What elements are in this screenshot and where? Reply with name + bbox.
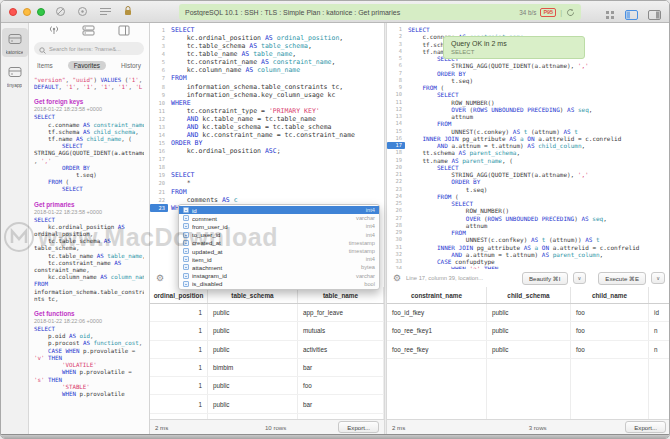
table-cell[interactable]: public xyxy=(208,304,298,321)
code-line[interactable]: 30 UNNEST(c.confkey) AS t (attnum)) AS t xyxy=(387,236,670,243)
column-header[interactable]: child_schema xyxy=(487,287,571,303)
execute-chevron-icon[interactable]: ∨ xyxy=(651,272,665,284)
table-row[interactable]: foo_id_fkeypublicfooid xyxy=(387,304,670,322)
export-button[interactable]: Export... xyxy=(625,421,666,433)
connection-info-pill[interactable]: PostgreSQL 10.1 : SSH : TLS : Simple Pla… xyxy=(179,4,581,20)
table-cell[interactable]: foo xyxy=(571,341,649,358)
table-cell[interactable]: 1 xyxy=(150,359,208,376)
code-line[interactable]: 22 ORDER BY xyxy=(387,178,670,185)
table-cell[interactable]: public xyxy=(208,395,298,412)
code-line[interactable]: 4 tc.table_name AS table_name, xyxy=(150,50,384,58)
refresh-icon[interactable] xyxy=(566,3,575,21)
table-cell[interactable]: n xyxy=(649,322,670,339)
code-line[interactable]: 22 comments AS c xyxy=(150,196,384,204)
table-cell[interactable]: foo xyxy=(571,322,649,339)
table-cell[interactable]: bimbim xyxy=(208,359,298,376)
lock-icon[interactable] xyxy=(123,5,133,17)
code-line[interactable]: 6 kc.column_name AS column_name xyxy=(150,66,384,74)
table-cell[interactable]: bar xyxy=(298,395,384,412)
code-line[interactable]: 13 attnum xyxy=(387,113,670,120)
code-line[interactable]: 17 xyxy=(150,155,384,163)
column-header[interactable]: child_name xyxy=(571,287,649,303)
code-line[interactable]: 2 kc.ordinal_position AS ordinal_positio… xyxy=(150,34,384,42)
table-row[interactable]: foo_ree_fkeypublicfoon xyxy=(387,341,670,359)
table-cell[interactable]: public xyxy=(208,341,298,358)
autocomplete-item[interactable]: to_user_idint4 xyxy=(179,231,379,239)
table-cell[interactable]: 1 xyxy=(150,322,208,339)
table-cell[interactable]: n xyxy=(649,341,670,358)
column-header[interactable] xyxy=(649,287,670,303)
snippet-title[interactable]: Get foreign keys xyxy=(34,98,144,105)
execute-button[interactable]: Execute ⌘E xyxy=(598,272,646,285)
snippet-list[interactable]: "version", "uuid") VALUES ('1',DEFAULT, … xyxy=(29,74,149,432)
code-line[interactable]: 8 t.seq) xyxy=(387,77,670,84)
table-cell[interactable]: public xyxy=(487,304,571,321)
column-header[interactable]: constraint_name xyxy=(387,287,487,303)
minimize-button[interactable] xyxy=(23,8,31,16)
snippet-title[interactable]: Get functions xyxy=(34,310,144,317)
table-cell[interactable]: public xyxy=(208,322,298,339)
autocomplete-item[interactable]: instagram_idvarchar xyxy=(179,272,379,280)
autocomplete-item[interactable]: created_attimestamp xyxy=(179,239,379,247)
code-line[interactable]: 1SELECT xyxy=(150,26,384,34)
code-line[interactable]: 13 AND kc.table_schema = tc.table_schema xyxy=(150,123,384,131)
rail-connection-tinyapp[interactable]: tinyapp xyxy=(2,61,28,90)
code-line[interactable]: 25 SELECT xyxy=(387,200,670,207)
reload-circle-icon[interactable] xyxy=(77,6,88,17)
queries-list-icon[interactable] xyxy=(99,6,112,17)
code-line[interactable]: 11 ROW_NUMBER() xyxy=(387,99,670,106)
code-line[interactable]: 10WHERE xyxy=(150,99,384,107)
sql-editor-right[interactable]: 1SELECT2 c.conname AS constraint_name,3 … xyxy=(387,23,670,269)
beautify-chevron-icon[interactable]: ∨ xyxy=(573,272,587,284)
table-row[interactable]: 1publicfoo xyxy=(150,377,384,395)
table-cell[interactable]: 1 xyxy=(150,304,208,321)
table-cell[interactable]: public xyxy=(487,322,571,339)
table-cell[interactable]: 1 xyxy=(150,341,208,358)
code-line[interactable]: 28 attnum xyxy=(387,222,670,229)
table-row[interactable]: foo_ree_fkey1publicfoon xyxy=(387,322,670,340)
table-cell[interactable]: mutuals xyxy=(298,322,384,339)
autocomplete-item[interactable]: item_idint4 xyxy=(179,255,379,263)
table-cell[interactable]: foo xyxy=(298,377,384,394)
code-line[interactable]: 12 OVER (ROWS UNBOUNDED PRECEDING) AS se… xyxy=(387,106,670,113)
code-line[interactable]: 20 SELECT xyxy=(387,164,670,171)
code-line[interactable]: 7 ORDER BY xyxy=(387,70,670,77)
autocomplete-item[interactable]: updated_attimestamp xyxy=(179,247,379,255)
toggle-left-panel-icon[interactable] xyxy=(625,6,638,24)
code-line[interactable]: 21 STRING_AGG(QUOTE_IDENT(a.attname), ',… xyxy=(387,171,670,178)
code-line[interactable]: 10 SELECT xyxy=(387,91,670,98)
table-cell[interactable]: foo xyxy=(571,304,649,321)
table-cell[interactable]: public xyxy=(487,341,571,358)
code-line[interactable]: 16 INNER JOIN pg_attribute AS a ON a.att… xyxy=(387,135,670,142)
layout-grid-icon[interactable] xyxy=(605,6,615,24)
code-line[interactable]: 19 tt.name AS parent_name, ( xyxy=(387,157,670,164)
code-line[interactable]: 15ORDER BY xyxy=(150,139,384,147)
broadcast-icon[interactable] xyxy=(48,23,60,40)
code-line[interactable]: 8 information_schema.table_constraints t… xyxy=(150,83,384,91)
code-line[interactable]: 12 AND kc.table_name = tc.table_name xyxy=(150,115,384,123)
code-line[interactable]: 15 UNNEST(c.conkey) AS t (attnum) AS t xyxy=(387,128,670,135)
code-line[interactable]: 9 FROM ( xyxy=(387,84,670,91)
code-line[interactable]: 24 FROM ( xyxy=(387,193,670,200)
code-line[interactable]: 23 t.seq) xyxy=(387,186,670,193)
connection-circle-icon[interactable] xyxy=(55,6,66,17)
code-line[interactable]: 17 AND a.attnum = t.attnum) AS child_col… xyxy=(387,142,670,149)
table-cell[interactable]: id xyxy=(649,304,670,321)
autocomplete-item[interactable]: is_disabledbool xyxy=(179,280,379,288)
code-line[interactable]: 32 AND a.attnum = t.attnum) AS parent_co… xyxy=(387,251,670,258)
code-line[interactable]: 33 CASE confupdtype xyxy=(387,258,670,265)
table-row[interactable]: 1publicbar xyxy=(150,395,384,413)
autocomplete-item[interactable]: commentvarchar xyxy=(179,214,379,222)
table-row[interactable]: 1publicactivities xyxy=(150,341,384,359)
zoom-button[interactable] xyxy=(37,8,45,16)
code-line[interactable]: 11 tc.constraint_type = 'PRIMARY KEY' xyxy=(150,107,384,115)
code-line[interactable]: 21FROM xyxy=(150,188,384,196)
tab-favorites[interactable]: Favorites xyxy=(68,61,106,70)
table-cell[interactable]: 1 xyxy=(150,395,208,412)
tab-history[interactable]: History xyxy=(115,61,147,70)
tab-items[interactable]: Items xyxy=(31,61,59,70)
code-line[interactable]: 18 tt.schema AS parent_schema, xyxy=(387,149,670,156)
code-line[interactable]: 19SELECT xyxy=(150,171,384,179)
autocomplete-item[interactable]: from_user_idint4 xyxy=(179,222,379,230)
close-button[interactable] xyxy=(9,8,17,16)
